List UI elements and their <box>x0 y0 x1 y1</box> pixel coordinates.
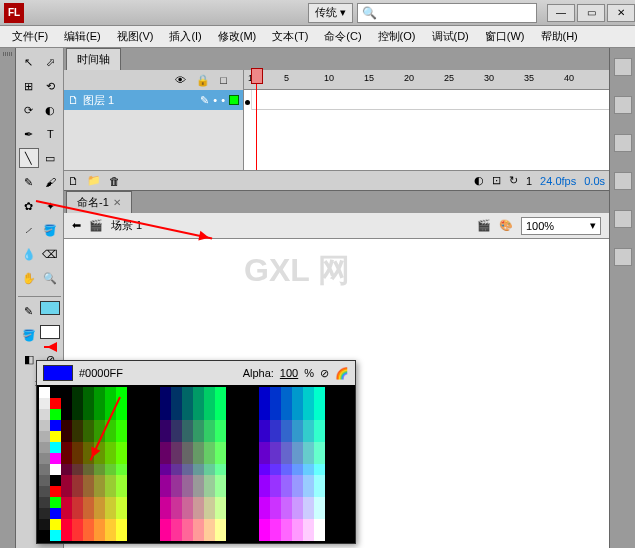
color-swatch[interactable] <box>193 497 204 508</box>
color-swatch[interactable] <box>248 387 259 398</box>
color-swatch[interactable] <box>237 508 248 519</box>
color-swatch[interactable] <box>160 409 171 420</box>
color-swatch[interactable] <box>94 530 105 541</box>
panel-icon-6[interactable] <box>614 248 632 266</box>
color-swatch[interactable] <box>226 530 237 541</box>
color-swatch[interactable] <box>171 530 182 541</box>
color-swatch[interactable] <box>237 453 248 464</box>
color-swatch[interactable] <box>314 464 325 475</box>
stroke-color-swatch[interactable] <box>40 301 60 315</box>
color-swatch[interactable] <box>72 486 83 497</box>
hex-value[interactable]: #0000FF <box>79 367 123 379</box>
zoom-dropdown[interactable]: 100% ▾ <box>521 217 601 235</box>
color-swatch[interactable] <box>116 387 127 398</box>
color-swatch[interactable] <box>325 530 336 541</box>
color-swatch[interactable] <box>314 442 325 453</box>
color-swatch[interactable] <box>248 519 259 530</box>
color-swatch[interactable] <box>171 420 182 431</box>
color-swatch[interactable] <box>182 475 193 486</box>
color-swatch[interactable] <box>270 486 281 497</box>
color-swatch[interactable] <box>83 387 94 398</box>
color-swatch[interactable] <box>292 497 303 508</box>
color-swatch[interactable] <box>50 409 61 420</box>
fill-color-swatch[interactable] <box>40 325 60 339</box>
color-swatch[interactable] <box>149 475 160 486</box>
free-transform-tool[interactable]: ⊞ <box>19 76 39 96</box>
color-swatch[interactable] <box>39 387 50 398</box>
color-swatch[interactable] <box>259 453 270 464</box>
color-swatch[interactable] <box>171 409 182 420</box>
color-swatch[interactable] <box>50 453 61 464</box>
color-swatch[interactable] <box>215 530 226 541</box>
color-swatch[interactable] <box>39 453 50 464</box>
menu-edit[interactable]: 编辑(E) <box>56 29 109 44</box>
color-swatch[interactable] <box>171 475 182 486</box>
new-layer-button[interactable]: 🗋 <box>68 175 79 187</box>
color-swatch[interactable] <box>303 530 314 541</box>
color-swatch[interactable] <box>226 431 237 442</box>
color-swatch[interactable] <box>281 530 292 541</box>
color-swatch[interactable] <box>116 431 127 442</box>
color-swatch[interactable] <box>270 508 281 519</box>
color-swatch[interactable] <box>116 409 127 420</box>
color-swatch[interactable] <box>270 475 281 486</box>
lasso-tool[interactable]: ⟲ <box>40 76 60 96</box>
color-swatch[interactable] <box>149 453 160 464</box>
color-swatch[interactable] <box>105 464 116 475</box>
color-swatch[interactable] <box>182 398 193 409</box>
color-swatch[interactable] <box>160 475 171 486</box>
color-swatch[interactable] <box>204 508 215 519</box>
color-swatch[interactable] <box>314 475 325 486</box>
color-swatch[interactable] <box>336 420 347 431</box>
color-swatch[interactable] <box>182 486 193 497</box>
color-swatch[interactable] <box>226 387 237 398</box>
color-swatch[interactable] <box>325 497 336 508</box>
color-swatch[interactable] <box>182 530 193 541</box>
color-swatch[interactable] <box>105 442 116 453</box>
color-swatch[interactable] <box>94 519 105 530</box>
color-swatch[interactable] <box>215 420 226 431</box>
color-swatch[interactable] <box>314 508 325 519</box>
color-swatch[interactable] <box>226 486 237 497</box>
color-swatch[interactable] <box>259 508 270 519</box>
color-swatch[interactable] <box>215 486 226 497</box>
color-swatch[interactable] <box>193 530 204 541</box>
color-swatch[interactable] <box>303 486 314 497</box>
color-wheel-icon[interactable]: 🌈 <box>335 367 349 380</box>
color-swatch[interactable] <box>292 442 303 453</box>
lock-header-icon[interactable]: 🔒 <box>196 74 210 87</box>
color-swatch[interactable] <box>325 453 336 464</box>
color-swatch[interactable] <box>281 398 292 409</box>
loop-button[interactable]: ↻ <box>509 174 518 187</box>
color-swatch[interactable] <box>325 486 336 497</box>
color-swatch[interactable] <box>204 486 215 497</box>
color-swatch[interactable] <box>204 453 215 464</box>
color-swatch[interactable] <box>259 486 270 497</box>
color-swatch[interactable] <box>292 453 303 464</box>
color-swatch[interactable] <box>127 464 138 475</box>
color-swatch[interactable] <box>105 519 116 530</box>
color-swatch[interactable] <box>204 442 215 453</box>
color-swatch[interactable] <box>50 431 61 442</box>
hand-tool[interactable]: ✋ <box>19 268 39 288</box>
color-swatch[interactable] <box>149 387 160 398</box>
color-swatch[interactable] <box>259 409 270 420</box>
color-swatch[interactable] <box>61 420 72 431</box>
color-swatch[interactable] <box>160 453 171 464</box>
color-swatch[interactable] <box>160 420 171 431</box>
color-swatch[interactable] <box>325 420 336 431</box>
color-swatch[interactable] <box>39 420 50 431</box>
color-swatch[interactable] <box>83 464 94 475</box>
color-swatch[interactable] <box>160 530 171 541</box>
color-swatch[interactable] <box>127 508 138 519</box>
color-swatch[interactable] <box>270 387 281 398</box>
color-swatch[interactable] <box>182 519 193 530</box>
color-swatch[interactable] <box>226 420 237 431</box>
color-swatch[interactable] <box>171 398 182 409</box>
menu-command[interactable]: 命令(C) <box>316 29 369 44</box>
paint-bucket-tool[interactable]: 🪣 <box>40 220 60 240</box>
color-swatch[interactable] <box>61 442 72 453</box>
color-swatch[interactable] <box>127 442 138 453</box>
color-swatch[interactable] <box>259 398 270 409</box>
color-swatch[interactable] <box>325 431 336 442</box>
